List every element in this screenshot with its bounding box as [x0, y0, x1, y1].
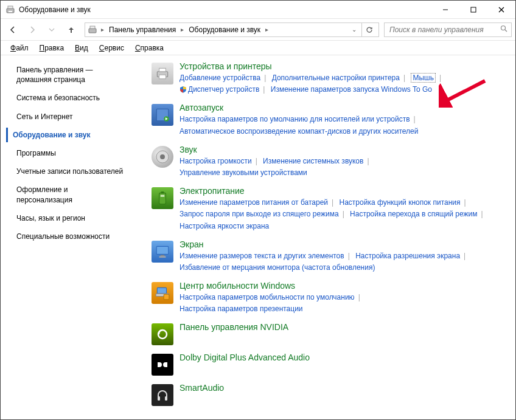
link-battery[interactable]: Изменение параметров питания от батарей — [180, 198, 328, 207]
searchbox[interactable] — [384, 22, 512, 37]
link-autorun-defaults[interactable]: Настройка параметров по умолчанию для но… — [180, 115, 410, 123]
titlebar: Оборудование и звук — [1, 1, 515, 19]
link-presentation[interactable]: Настройка параметров презентации — [180, 305, 303, 313]
svg-rect-12 — [159, 68, 166, 71]
svg-rect-21 — [161, 195, 165, 197]
menu-file[interactable]: Файл — [5, 43, 33, 53]
sidebar-item-appearance[interactable]: Оформление и персонализация — [13, 182, 128, 207]
link-resolution[interactable]: Настройка разрешения экрана — [355, 252, 460, 260]
sidebar: Панель управления — домашняя страница Си… — [1, 55, 133, 419]
speaker-icon — [152, 146, 173, 168]
addressbar[interactable]: ▸ Панель управления ▸ Оборудование и зву… — [85, 22, 379, 37]
link-refresh-rate[interactable]: Избавление от мерцания монитора (частота… — [180, 263, 375, 272]
category-display: Экран Изменение размеров текста и других… — [152, 239, 507, 274]
maximize-button[interactable] — [459, 1, 487, 19]
svg-rect-8 — [90, 26, 95, 29]
svg-rect-4 — [471, 7, 476, 12]
menu-help[interactable]: Справка — [130, 43, 169, 53]
link-cd-autoplay[interactable]: Автоматическое воспроизведение компакт-д… — [180, 127, 418, 136]
category-title[interactable]: Панель управления NVIDIA — [180, 322, 507, 332]
menu-edit[interactable]: Правка — [35, 43, 69, 53]
category-sound: Звук Настройка громкости| Изменение сист… — [152, 145, 507, 179]
sidebar-item-accounts[interactable]: Учетные записи пользователей — [13, 164, 128, 179]
svg-rect-22 — [156, 246, 169, 254]
svg-point-18 — [160, 154, 165, 159]
addressbar-icon — [88, 25, 97, 35]
category-title[interactable]: Автозапуск — [180, 103, 507, 112]
sidebar-item-ease[interactable]: Специальные возможности — [13, 229, 128, 244]
refresh-button[interactable] — [361, 22, 376, 37]
menu-service[interactable]: Сервис — [94, 43, 129, 53]
svg-rect-13 — [159, 75, 166, 79]
link-device-manager[interactable]: Диспетчер устройств — [188, 85, 259, 94]
link-brightness[interactable]: Настройка яркости экрана — [180, 222, 269, 230]
link-add-device[interactable]: Добавление устройства — [180, 74, 260, 82]
svg-rect-24 — [159, 256, 166, 257]
monitor-icon — [152, 241, 173, 263]
body: Панель управления — домашняя страница Си… — [1, 55, 515, 419]
link-password-wake[interactable]: Запрос пароля при выходе из спящего режи… — [180, 210, 339, 218]
navbar: ▸ Панель управления ▸ Оборудование и зву… — [1, 19, 515, 41]
svg-point-9 — [501, 26, 506, 30]
control-panel-window: Оборудование и звук — [0, 0, 516, 420]
chevron-right-icon[interactable]: ▸ — [100, 26, 105, 33]
link-power-buttons[interactable]: Настройка функций кнопок питания — [340, 198, 461, 207]
content: Устройства и принтеры Добавление устройс… — [133, 55, 515, 419]
sidebar-splitter[interactable] — [133, 57, 136, 418]
category-nvidia: Панель управления NVIDIA — [152, 322, 507, 345]
category-mobility: Центр мобильности Windows Настройка пара… — [152, 281, 507, 315]
category-title[interactable]: Звук — [180, 145, 507, 154]
category-title[interactable]: Dolby Digital Plus Advanced Audio — [180, 353, 507, 362]
up-button[interactable] — [63, 21, 80, 38]
mobility-icon — [152, 282, 173, 304]
svg-line-10 — [505, 30, 507, 32]
forward-button[interactable] — [24, 21, 41, 38]
battery-icon — [152, 187, 173, 209]
printer-icon — [152, 63, 173, 84]
close-button[interactable] — [487, 1, 515, 19]
sidebar-item-programs[interactable]: Программы — [13, 146, 128, 160]
svg-rect-30 — [158, 396, 160, 401]
sidebar-item-clock[interactable]: Часы, язык и регион — [13, 211, 128, 225]
menu-view[interactable]: Вид — [70, 43, 93, 53]
category-title[interactable]: Устройства и принтеры — [180, 61, 507, 71]
link-mobility-defaults[interactable]: Настройка параметров мобильности по умол… — [180, 293, 355, 301]
sidebar-item-network[interactable]: Сеть и Интернет — [13, 109, 128, 124]
breadcrumb-current[interactable]: Оборудование и звук — [187, 26, 262, 34]
search-input[interactable] — [388, 25, 498, 35]
category-title[interactable]: Экран — [180, 239, 507, 249]
menubar: Файл Правка Вид Сервис Справка — [1, 41, 515, 55]
dolby-icon — [152, 354, 173, 376]
link-windows-to-go[interactable]: Изменение параметров запуска Windows To … — [271, 85, 432, 94]
category-title[interactable]: Электропитание — [180, 186, 507, 196]
recent-dropdown[interactable] — [43, 21, 60, 38]
link-printer-settings[interactable]: Дополнительные настройки принтера — [272, 74, 400, 82]
chevron-down-icon[interactable]: ⌄ — [350, 26, 358, 33]
svg-rect-1 — [8, 6, 13, 9]
category-autorun: Автозапуск Настройка параметров по умолч… — [152, 103, 507, 137]
link-system-sounds[interactable]: Изменение системных звуков — [263, 157, 363, 165]
sidebar-item-hardware-sound[interactable]: Оборудование и звук — [6, 128, 128, 142]
category-title[interactable]: Центр мобильности Windows — [180, 281, 507, 291]
svg-rect-27 — [164, 294, 169, 300]
minimize-button[interactable] — [431, 1, 459, 19]
link-mouse[interactable]: Мышь — [411, 73, 436, 83]
sidebar-item-home[interactable]: Панель управления — домашняя страница — [13, 63, 128, 87]
link-audio-devices[interactable]: Управление звуковыми устройствами — [180, 168, 307, 177]
link-sleep[interactable]: Настройка перехода в спящий режим — [350, 210, 477, 218]
category-title[interactable]: SmartAudio — [180, 383, 507, 393]
svg-rect-20 — [161, 191, 164, 193]
autorun-icon — [152, 104, 173, 126]
breadcrumb-root[interactable]: Панель управления — [108, 26, 177, 34]
link-volume[interactable]: Настройка громкости — [180, 157, 252, 165]
category-smartaudio: SmartAudio — [152, 383, 507, 406]
search-icon — [500, 25, 507, 34]
chevron-right-icon[interactable]: ▸ — [180, 26, 185, 33]
sidebar-item-system[interactable]: Система и безопасность — [13, 91, 128, 105]
category-dolby: Dolby Digital Plus Advanced Audio — [152, 353, 507, 376]
headphones-icon — [152, 384, 173, 406]
svg-rect-19 — [159, 193, 166, 204]
back-button[interactable] — [4, 21, 21, 38]
link-text-size[interactable]: Изменение размеров текста и других элеме… — [180, 252, 344, 260]
chevron-right-icon[interactable]: ▸ — [264, 26, 270, 33]
